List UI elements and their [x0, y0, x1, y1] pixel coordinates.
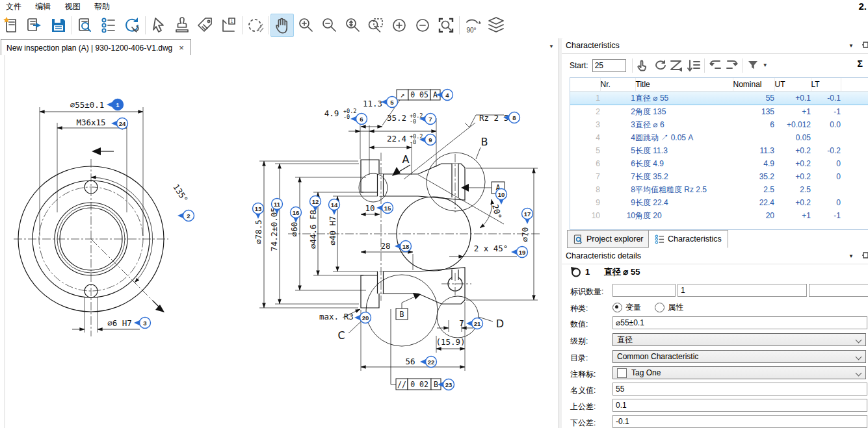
drawing-canvas[interactable]: .s{stroke:#1a1a1a;stroke-width:1.2;fill:… [0, 55, 560, 428]
layers-icon[interactable] [484, 14, 508, 37]
document-tab-title: New inspection plan (A) | 930-1200-406-V… [7, 44, 172, 53]
select-cursor-icon[interactable] [147, 14, 170, 37]
col-nominal[interactable]: Nominal [733, 78, 774, 92]
balloon-3[interactable]: 3 [134, 318, 151, 329]
menu-edit[interactable]: 编辑 [29, 0, 57, 14]
open-plan-icon[interactable] [23, 14, 47, 37]
save-icon[interactable] [47, 14, 70, 37]
increase-icon[interactable] [388, 14, 411, 37]
filter-caret-icon[interactable]: ▼ [763, 62, 768, 68]
search-document-icon[interactable] [73, 14, 97, 37]
level-select[interactable]: 直径 [612, 333, 866, 346]
menu-view[interactable]: 视图 [59, 0, 86, 14]
balloon-22[interactable]: 22 [420, 357, 437, 368]
balloon-2[interactable]: 2 [178, 210, 194, 221]
balloon-14[interactable]: 14 [329, 199, 340, 216]
dimension-text: ⌀6 H7 [107, 318, 132, 328]
balloon-15[interactable]: 15 [376, 203, 393, 214]
balloon-12[interactable]: 12 [310, 196, 321, 212]
collapse-caret-icon[interactable]: ▼ [848, 43, 854, 49]
catalog-select[interactable]: Common Characteristic [612, 350, 866, 363]
svg-text://: // [397, 380, 406, 389]
balloon-1[interactable]: 1 [107, 99, 124, 110]
tag-select[interactable]: Tag One [612, 366, 866, 379]
lower-tol-input[interactable] [612, 415, 867, 428]
dimension-text: ⌀70 [520, 227, 530, 242]
radio-attribute[interactable]: 属性 [655, 302, 683, 313]
zoom-dynamic-icon[interactable] [341, 14, 364, 37]
table-row[interactable]: 1010角度 2020+1-1 [570, 209, 868, 222]
characteristic-details-form: 1 直径 ⌀ 55 标识数量: 种类: 变量 属性 数值: 级别: 直径 目录:… [562, 266, 868, 428]
start-input[interactable] [592, 59, 626, 72]
details-collapse-caret-icon[interactable]: ▼ [848, 253, 854, 259]
dimension-text: ⌀78.5 [254, 220, 263, 244]
pick-hand-icon[interactable] [635, 58, 651, 73]
nominal-input[interactable] [612, 383, 867, 396]
value-input[interactable] [612, 316, 867, 329]
table-row[interactable]: 99长度 22.422.4+0.20 [570, 196, 868, 209]
zoom-in-icon[interactable] [294, 14, 317, 37]
id-count-input-3[interactable] [809, 284, 868, 297]
id-count-input-1[interactable] [612, 284, 676, 297]
next-characteristic-icon[interactable] [724, 58, 741, 73]
svg-text:↗: ↗ [401, 90, 405, 99]
zoom-window-icon[interactable] [364, 14, 388, 37]
tab-characteristics[interactable]: Characteristics [648, 230, 728, 248]
zoom-out-icon[interactable] [317, 14, 341, 37]
previous-characteristic-icon[interactable] [707, 58, 724, 73]
renumber-icon[interactable] [651, 58, 668, 73]
table-row[interactable]: 11直径 ⌀ 5555+0.1-0.1 [570, 92, 868, 105]
reorder-z-icon[interactable] [668, 58, 685, 73]
table-row[interactable]: 44圆跳动 ↗ 0.05 A0.05 [570, 131, 868, 144]
table-row[interactable]: 55长度 11.311.3+0.2-0.2 [570, 144, 868, 157]
sort-list-icon[interactable] [685, 58, 702, 73]
pin-icon[interactable] [862, 42, 868, 53]
new-plan-icon[interactable] [0, 14, 23, 37]
table-row[interactable]: 66长度 4.94.9+0.20 [570, 157, 868, 170]
col-nr[interactable]: Nr. [600, 78, 635, 92]
sigma-summary-icon[interactable]: Σ [858, 58, 863, 69]
table-row[interactable]: 33直径 ⌀ 66+0.0120.0 [570, 118, 868, 131]
balloon-20[interactable]: 20 [354, 312, 371, 323]
table-row[interactable]: 22角度 135135+1-1 [570, 105, 868, 119]
menu-file[interactable]: 文件 [0, 0, 27, 14]
col-lt[interactable]: LT [811, 78, 841, 92]
corner-dimension-icon[interactable]: 1 [217, 14, 241, 37]
balloon-17[interactable]: 17 [522, 208, 533, 225]
pan-hand-icon[interactable] [270, 14, 294, 37]
filter-icon[interactable] [745, 58, 762, 73]
tag-icon[interactable] [194, 14, 217, 37]
zoom-fit-icon[interactable] [434, 14, 458, 37]
balloon-19[interactable]: 19 [511, 247, 528, 258]
radio-variable[interactable]: 变量 [612, 302, 641, 313]
tab-list-caret-icon[interactable]: ▼ [549, 44, 554, 49]
freehand-region-icon[interactable] [244, 14, 267, 37]
balloon-5[interactable]: 5 [381, 97, 398, 108]
col-title[interactable]: Title [635, 78, 733, 92]
rotate-90-icon[interactable]: 90° [461, 14, 484, 37]
balloon-13[interactable]: 13 [253, 203, 264, 220]
svg-text:-0: -0 [343, 114, 350, 120]
balloon-6[interactable]: 6 [350, 114, 367, 125]
characteristics-tab-icon [655, 234, 664, 244]
balloon-10[interactable]: 10 [496, 189, 507, 205]
tab-close-icon[interactable]: × [178, 43, 185, 53]
details-pin-icon[interactable] [862, 252, 868, 263]
id-count-input-2[interactable] [677, 284, 807, 297]
table-row[interactable]: 77长度 35.235.2+0.20 [570, 170, 868, 183]
balloon-21[interactable]: 21 [466, 318, 483, 329]
document-tab[interactable]: New inspection plan (A) | 930-1200-406-V… [1, 39, 191, 56]
stamp-icon[interactable] [170, 14, 194, 37]
balloon-24[interactable]: 24 [111, 118, 128, 129]
menu-help[interactable]: 帮助 [88, 0, 116, 14]
settings-icon[interactable] [120, 14, 144, 37]
upper-tol-input[interactable] [612, 399, 867, 412]
decrease-icon[interactable] [411, 14, 434, 37]
tag-checkbox[interactable] [617, 368, 627, 378]
table-row[interactable]: 88平均值粗糙度 Rz 2.52.52.5 [570, 183, 868, 196]
balloon-18[interactable]: 18 [395, 241, 412, 252]
dimension-text: C [337, 329, 345, 342]
col-ut[interactable]: UT [774, 78, 811, 92]
tab-project-explorer[interactable]: Project explorer [567, 230, 650, 248]
characteristics-list-icon[interactable] [97, 14, 120, 37]
